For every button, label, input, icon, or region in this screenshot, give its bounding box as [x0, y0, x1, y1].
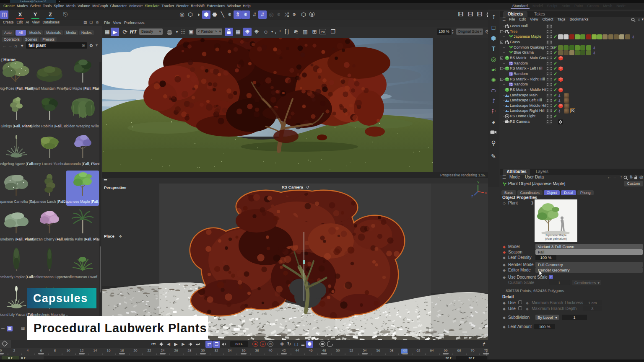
svg-text:Z: Z — [471, 194, 473, 198]
svg-text:↺: ↺ — [306, 185, 309, 189]
svg-text:Y: Y — [477, 181, 480, 184]
svg-text:Place: Place — [104, 234, 114, 238]
svg-text:X: X — [485, 191, 487, 195]
svg-text:Japanese Maple: Japanese Maple — [545, 234, 566, 237]
svg-text:✥: ✥ — [119, 235, 122, 238]
svg-text:Perspective: Perspective — [104, 185, 126, 190]
svg-text:RS Camera: RS Camera — [282, 185, 303, 189]
svg-text:Grid Spacing : 5000 cm: Grid Spacing : 5000 cm — [454, 332, 488, 336]
svg-text:☰: ☰ — [104, 178, 107, 183]
svg-text:(Acer palmatum): (Acer palmatum) — [545, 237, 567, 240]
